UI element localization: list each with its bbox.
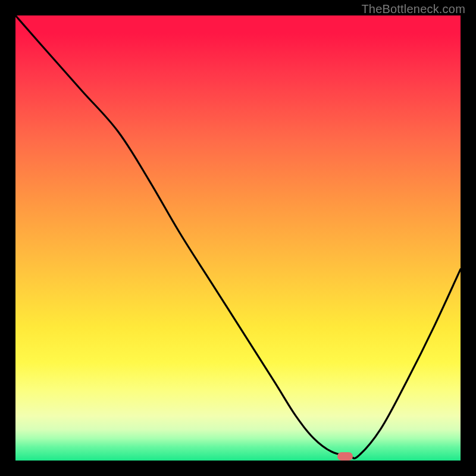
bottleneck-curve-path bbox=[15, 15, 461, 458]
chart-frame: TheBottleneck.com bbox=[0, 0, 476, 476]
attribution-watermark: TheBottleneck.com bbox=[361, 2, 465, 16]
line-overlay bbox=[15, 15, 461, 461]
optimal-point-marker bbox=[337, 452, 353, 461]
plot-area bbox=[15, 15, 461, 461]
